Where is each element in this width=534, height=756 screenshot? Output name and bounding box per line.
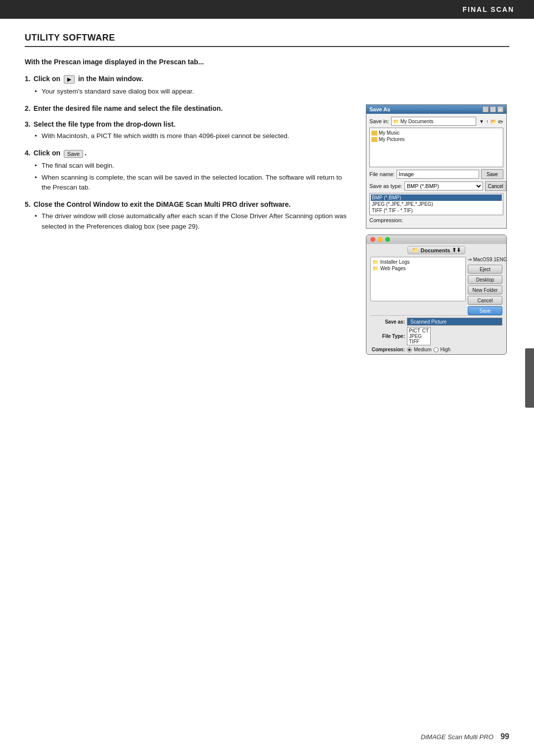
step-1-bullets: Your system's standard save dialog box w… (35, 87, 351, 96)
step-5-header: 5. Close the Control Window to exit the … (25, 200, 351, 208)
mac-tiff-option[interactable]: TIFF (409, 339, 419, 344)
mac-dialog-titlebar (366, 235, 506, 244)
steps-column: 1. Click on ▶ in the Main window. Your s… (25, 75, 351, 239)
mac-save-dialog[interactable]: 📁 Documents ⬆⬇ 📁 Installer Logs (366, 235, 507, 355)
step-2-text: Enter the desired file name and select t… (34, 104, 223, 112)
save-in-folder-btn[interactable]: 📂 (490, 119, 496, 124)
mac-ct-option[interactable]: CT (422, 328, 429, 333)
header-bar: FINAL SCAN (0, 0, 534, 19)
step-3-header: 3. Select the file type from the drop-do… (25, 120, 351, 128)
dialogs-column: Save As _ □ × Save in: 📁 My Documents (366, 104, 509, 355)
mac-save-as-input[interactable]: Scanned Picture (407, 318, 502, 326)
win-close-btn[interactable]: × (497, 106, 503, 112)
installer-logs-label: Installer Logs (380, 259, 409, 265)
save-as-type-label: Save as type: (369, 183, 402, 189)
windows-save-dialog[interactable]: Save As _ □ × Save in: 📁 My Documents (366, 104, 507, 229)
win-dialog-body: Save in: 📁 My Documents ▼ ↑ 📂 🗁 (366, 114, 506, 228)
step-3-bullet-1: With Macintosh, a PICT file which width … (35, 131, 351, 141)
mac-compression-medium-label: Medium (414, 347, 432, 352)
save-in-new-btn[interactable]: 🗁 (498, 119, 503, 124)
mac-file-type-options: PICT CT (409, 328, 429, 333)
mac-save-as-row: Save as: Scanned Picture (370, 318, 502, 326)
step-4-bullet-2: When scanning is complete, the scan will… (35, 173, 351, 193)
right-edge-tab (525, 348, 534, 408)
mac-jpeg-option[interactable]: JPEG (409, 333, 422, 339)
web-pages-icon: 📁 (372, 266, 378, 271)
win-file-2-label: My Pictures (379, 137, 404, 142)
mac-side-buttons: ⇒ MacOS9.1ENG Eject Desktop New Folder C… (468, 257, 502, 315)
save-in-row: Save in: 📁 My Documents ▼ ↑ 📂 🗁 (369, 117, 503, 126)
step-2: 2. Enter the desired file name and selec… (25, 104, 351, 112)
mac-max-btn[interactable] (385, 237, 390, 242)
mac-cancel-btn[interactable]: Cancel (468, 296, 502, 305)
mac-file-type-box: PICT CT JPEG TIFF (407, 327, 431, 345)
mac-compression-medium-radio[interactable] (407, 347, 412, 352)
save-as-type-select[interactable]: BMP (*.BMP) JPEG (*.JPE,*.JPE,*.JPEG) TI… (404, 182, 483, 190)
file-name-row: File name: Save (369, 169, 503, 179)
mac-desktop-btn[interactable]: Desktop (468, 275, 502, 284)
win-dialog-title: Save As (369, 106, 390, 112)
file-type-options-list: BMP (*.BMP) JPEG (*.JPE,*.JPE,*.JPEG) TI… (369, 193, 503, 215)
step-1-btn: ▶ (64, 75, 75, 84)
step-4-header: 4. Click on Save. (25, 149, 351, 157)
mac-bottom-fields: Save as: Scanned Picture File Type: PICT… (370, 315, 502, 352)
mac-right-label: ⇒ MacOS9.1ENG (468, 257, 502, 262)
mac-file-area: 📁 Installer Logs 📁 Web Pages (370, 257, 466, 301)
mac-compression-label: Compression: (370, 347, 405, 352)
mac-folder-dropdown-row: 📁 Documents ⬆⬇ (370, 246, 502, 254)
mac-pict-option[interactable]: PICT (409, 328, 420, 333)
mac-new-folder-btn[interactable]: New Folder (468, 285, 502, 294)
step-1: 1. Click on ▶ in the Main window. Your s… (25, 75, 351, 96)
win-minimize-btn[interactable]: _ (483, 106, 489, 112)
main-content: UTILITY SOFTWARE With the Prescan image … (0, 19, 534, 375)
mac-save-as-label: Save as: (370, 319, 405, 325)
mac-close-btn[interactable] (370, 237, 375, 242)
mac-file-type-label: File Type: (370, 333, 405, 339)
step-3-text: Select the file type from the drop-down … (34, 120, 176, 128)
step-1-bullet-1: Your system's standard save dialog box w… (35, 87, 351, 96)
mac-compression-high-label: High (441, 347, 451, 352)
win-dialog-controls: _ □ × (483, 106, 503, 112)
mac-file-type-options-3: TIFF (409, 339, 429, 344)
file-name-input[interactable] (397, 170, 479, 179)
step-5-bullet-1: The driver window will close automatical… (35, 211, 351, 232)
save-in-dropdown-icon[interactable]: ▼ (479, 119, 484, 124)
win-cancel-btn[interactable]: Cancel (485, 181, 506, 191)
mac-compression-high-radio[interactable] (434, 347, 439, 352)
option-bmp-item[interactable]: BMP (*.BMP) (371, 194, 502, 201)
mac-min-btn[interactable] (378, 237, 383, 242)
mac-save-btn[interactable]: Save (468, 306, 502, 315)
win-maximize-btn[interactable]: □ (490, 106, 496, 112)
compression-label: Compression: (369, 217, 403, 223)
win-save-btn[interactable]: Save (481, 169, 503, 179)
save-in-value: My Documents (400, 119, 434, 124)
file-name-label: File name: (369, 171, 395, 177)
step-4-text: Click on Save. (34, 149, 87, 157)
win-file-area: My Music My Pictures (369, 128, 503, 167)
header-title: FINAL SCAN (462, 5, 514, 13)
save-in-up-btn[interactable]: ↑ (486, 119, 489, 124)
step-4: 4. Click on Save. The final scan will be… (25, 149, 351, 192)
step-2-number: 2. (25, 104, 31, 112)
win-file-item-1: My Music (371, 130, 501, 136)
mac-eject-btn[interactable]: Eject (468, 265, 502, 274)
folder-icon-pictures (371, 137, 377, 142)
win-file-item-2: My Pictures (371, 136, 501, 142)
step-4-number: 4. (25, 149, 31, 157)
step-1-number: 1. (25, 75, 31, 83)
mac-save-as-value: Scanned Picture (409, 319, 448, 325)
step-4-btn: Save (64, 150, 83, 158)
option-tiff-item[interactable]: TIFF (*.TIF - *.TIF) (371, 207, 502, 214)
save-as-type-row: Save as type: BMP (*.BMP) JPEG (*.JPE,*.… (369, 181, 503, 191)
step-5: 5. Close the Control Window to exit the … (25, 200, 351, 232)
mac-dropdown-arrow: ⬆⬇ (452, 247, 461, 253)
option-jpeg-item[interactable]: JPEG (*.JPE,*.JPE,*.JPEG) (371, 201, 502, 207)
mac-folder-select[interactable]: 📁 Documents ⬆⬇ (407, 246, 466, 254)
save-in-label: Save in: (369, 118, 389, 124)
step-2-header: 2. Enter the desired file name and selec… (25, 104, 351, 112)
web-pages-label: Web Pages (380, 266, 406, 271)
save-in-select[interactable]: 📁 My Documents (391, 117, 476, 126)
step-4-bullets: The final scan will begin. When scanning… (35, 161, 351, 193)
step-5-text: Close the Control Window to exit the DiM… (34, 200, 291, 208)
mac-file-type-options-2: JPEG (409, 333, 429, 339)
